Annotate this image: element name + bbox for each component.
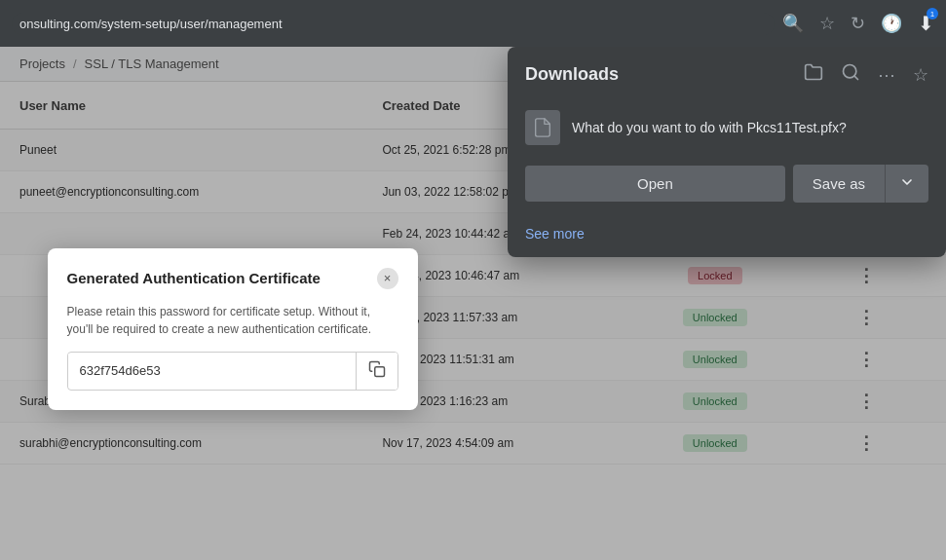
svg-rect-0: [374, 367, 384, 377]
modal-title: Generated Authentication Certificate: [67, 270, 321, 286]
downloads-star-icon[interactable]: ☆: [913, 64, 928, 86]
open-downloads-folder-icon[interactable]: [804, 62, 823, 87]
search-icon[interactable]: 🔍: [782, 13, 804, 34]
address-bar: onsulting.com/system-setup/user/manageme…: [12, 13, 775, 35]
save-as-chevron-button[interactable]: [885, 165, 928, 203]
browser-bar: onsulting.com/system-setup/user/manageme…: [0, 0, 946, 47]
address-text: onsulting.com/system-setup/user/manageme…: [19, 17, 283, 31]
history-icon[interactable]: 🕐: [881, 13, 902, 34]
star-icon[interactable]: ☆: [819, 13, 835, 34]
downloads-header: Downloads ⋯ ☆: [508, 47, 946, 98]
modal-password-value: 632f754d6e53: [68, 354, 356, 388]
see-more-link[interactable]: See more: [508, 218, 946, 257]
downloads-more-icon[interactable]: ⋯: [878, 64, 895, 86]
auth-certificate-modal: Generated Authentication Certificate × P…: [48, 248, 418, 410]
svg-line-2: [854, 76, 858, 80]
sync-icon[interactable]: ↻: [851, 13, 865, 34]
modal-header: Generated Authentication Certificate ×: [67, 268, 398, 289]
downloads-header-icons: ⋯ ☆: [804, 62, 928, 87]
save-as-group: Save as: [793, 165, 928, 203]
file-icon: [525, 110, 560, 145]
search-downloads-icon[interactable]: [841, 62, 860, 87]
save-as-button[interactable]: Save as: [793, 165, 885, 203]
downloads-panel: Downloads ⋯ ☆: [508, 47, 946, 257]
download-question: What do you want to do with Pkcs11Test.p…: [572, 120, 928, 135]
download-button[interactable]: ⬇ 1: [918, 12, 934, 35]
open-button[interactable]: Open: [525, 166, 785, 202]
modal-password-row: 632f754d6e53: [67, 352, 398, 391]
browser-icons: 🔍 ☆ ↻ 🕐 ⬇ 1: [782, 12, 934, 35]
modal-description: Please retain this password for certific…: [67, 303, 398, 338]
modal-close-button[interactable]: ×: [377, 268, 398, 289]
modal-copy-button[interactable]: [356, 353, 397, 390]
download-actions: Open Save as: [508, 157, 946, 218]
download-badge: 1: [927, 8, 938, 19]
page-content: Projects / SSL / TLS Management User Nam…: [0, 47, 946, 560]
download-item: What do you want to do with Pkcs11Test.p…: [508, 98, 946, 157]
downloads-title: Downloads: [525, 64, 619, 85]
